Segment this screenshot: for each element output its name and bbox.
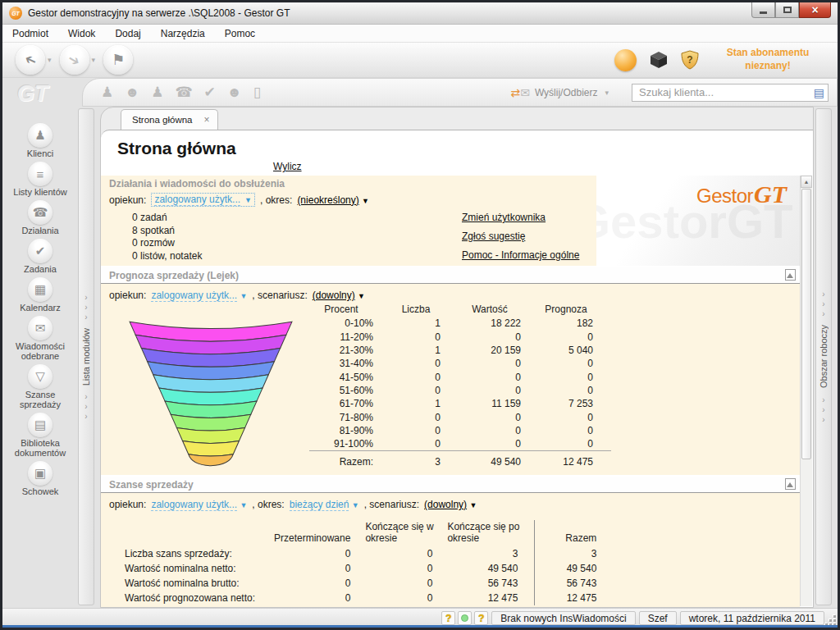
funnel-cell: 0 [391,370,459,383]
caretaker-filter-value: zalogowany użytk... [154,194,240,206]
client-action-icon[interactable]: ♟ [151,84,163,100]
chevron-icon: › [822,300,824,308]
svg-text:?: ? [687,54,692,66]
caretaker-filter[interactable]: zalogowany użytk... ▼ [151,499,247,510]
scenario-filter[interactable]: (dowolny) ▼ [313,290,365,301]
brand-panel: GestorGT GestorGT [596,176,800,266]
chevron-down-icon: ▼ [469,501,477,509]
scroll-up-icon[interactable]: ▲ [801,176,812,188]
subscription-shield-icon[interactable]: ? [681,50,699,70]
funnel-row: 91-100%000 [309,437,611,451]
connection-status-icon[interactable] [458,611,472,625]
window-title: Gestor demonstracyjny na serwerze .\SQL2… [28,7,290,19]
period-filter[interactable]: (nieokreślony) ▼ [297,194,369,206]
chevron-icon: › [84,304,87,311]
person-icon[interactable]: ☻ [125,84,139,100]
tab-home[interactable]: Strona główna × [121,109,218,130]
maximize-button[interactable] [775,2,799,18]
scrollbar-thumb[interactable] [801,189,811,459]
arrow-back-button[interactable]: ➔ [16,45,45,75]
caretaker-filter[interactable]: zalogowany użytk... ▼ [151,193,255,207]
people-icon[interactable]: ☻ [227,84,242,100]
content-panel: Strona główna × Strona główna Wylicz Dzi… [100,107,814,608]
sidebar-item-klienci[interactable]: ♟Klienci [5,123,75,158]
tab-close-icon[interactable]: × [204,116,210,124]
task-icon[interactable]: ✔ [204,84,216,100]
chances-row-label: Liczba szans sprzedaży: [124,546,273,561]
messages-status[interactable]: Brak nowych InsWiadomości [491,611,635,625]
funnel-cell: 0 [539,370,611,383]
sidebar-item-biblioteka-dokumentow[interactable]: ▤Biblioteka dokumentów [5,413,75,458]
funnel-segment-9 [183,441,240,456]
search-list-icon[interactable]: ▤ [814,86,824,99]
help-status-icon[interactable]: ? [474,611,488,625]
sidebar-item-label: Biblioteka dokumentów [5,438,75,458]
menu-item-4[interactable]: Pomoc [225,28,255,39]
app-window: GT Gestor demonstracyjny na serwerze .\S… [0,0,840,630]
phone-icon[interactable]: ☎ [175,84,192,100]
help-status-icon[interactable]: ? [441,611,455,625]
suggestion-link[interactable]: Zgłoś sugestię [462,231,579,242]
menu-item-2[interactable]: Dodaj [115,28,140,39]
client-icon[interactable]: ♟ [101,84,113,100]
help-link[interactable]: Pomoc - Informacje ogólne [462,249,579,261]
chevron-down-icon[interactable]: ▾ [92,56,96,64]
close-button[interactable]: × [799,2,831,18]
menu-item-3[interactable]: Narzędzia [161,28,205,39]
caretaker-filter[interactable]: zalogowany użytk... ▼ [151,290,247,301]
flag-button[interactable]: ⚑ [103,45,133,75]
arrow-forward-button[interactable]: ➔ [60,45,89,75]
funnel-tip [189,454,234,466]
insert-sphere-icon[interactable] [614,49,637,71]
section-chart-icon[interactable] [785,478,796,490]
filter-label: , okres: [260,194,292,206]
sidebar-item-label: Zadania [5,264,75,274]
period-filter[interactable]: bieżący dzień ▼ [290,499,359,510]
funnel-cell: 7 253 [539,397,611,410]
funnel-cell: 18 222 [459,317,539,330]
filter-label: , scenariusz: [364,499,419,510]
workspace-strip[interactable]: › › › Obszar roboczy › › › [815,108,832,605]
sidebar-item-kalendarz[interactable]: ▦Kalendarz [5,277,75,313]
period-filter-value: bieżący dzień [290,499,349,511]
menu-item-1[interactable]: Widok [68,28,95,39]
funnel-col-header: Prognoza [539,303,611,317]
chevron-down-icon[interactable]: ▾ [48,56,52,64]
funnel-cell: 1 [391,344,459,357]
change-user-link[interactable]: Zmień użytkownika [462,212,579,223]
cube-icon[interactable] [649,50,669,70]
sidebar-item-zadania[interactable]: ✔Zadania [5,239,75,274]
chevron-icon: › [84,413,87,420]
sidebar-item-schowek[interactable]: ▣Schowek [5,461,75,496]
mobile-icon[interactable]: ▯ [253,84,261,100]
send-receive-button[interactable]: ⇄✉ Wyślij/Odbierz ▾ [510,86,617,99]
funnel-cell: 0 [459,330,539,343]
funnel-total-cell: 12 475 [539,451,611,468]
chances-header-row: PrzeterminowaneKończące się w okresieKoń… [124,520,600,546]
calculate-link[interactable]: Wylicz [273,161,302,172]
funnel-cell: 81-90% [309,424,391,437]
funnel-table: ProcentLiczbaWartośćPrognoza0-10%118 222… [309,303,611,468]
sales-chances-icon: ▽ [28,364,52,389]
funnel-cell: 182 [539,317,611,330]
client-search-box[interactable]: ▤ [632,84,829,102]
inbox-icon: ✉ [28,316,52,340]
funnel-cell: 0 [459,437,539,451]
funnel-cell: 91-100% [309,437,391,451]
sidebar-item-listy-klientow[interactable]: ≡Listy klientów [5,162,75,197]
module-list-strip[interactable]: › › › Lista modułów › › › [78,108,94,605]
vertical-scrollbar[interactable]: ▲ [800,176,812,606]
flag-icon: ⚑ [112,51,125,69]
funnel-total-row: Razem:349 54012 475 [309,451,611,468]
date-status: wtorek, 11 października 2011 [680,611,824,625]
menu-item-0[interactable]: Podmiot [12,28,48,39]
user-status[interactable]: Szef [639,611,677,625]
section-chart-icon[interactable] [785,269,796,281]
minimize-button[interactable] [751,2,775,18]
sidebar-item-wiadomosci-odebrane[interactable]: ✉Wiadomości odebrane [5,316,75,361]
sidebar-item-szanse-sprzedazy[interactable]: ▽Szanse sprzedaży [5,364,75,409]
sidebar-item-dzialania[interactable]: ☎Działania [5,200,75,235]
scenario-filter[interactable]: (dowolny) ▼ [424,499,477,510]
search-input[interactable] [637,85,814,99]
funnel-cell: 11 159 [459,397,539,410]
